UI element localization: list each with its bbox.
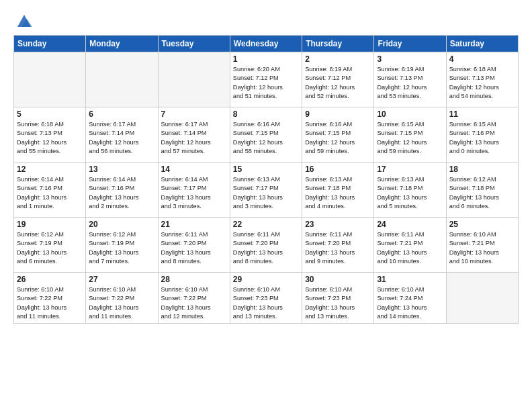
day-info: Sunrise: 6:20 AMSunset: 7:12 PMDaylight:…	[233, 65, 299, 101]
calendar-day-cell: 21Sunrise: 6:11 AMSunset: 7:20 PMDayligh…	[158, 218, 230, 273]
day-number: 18	[449, 165, 515, 174]
calendar-day-cell: 29Sunrise: 6:10 AMSunset: 7:23 PMDayligh…	[230, 273, 302, 324]
day-number: 26	[17, 275, 83, 284]
col-header-thursday: Thursday	[302, 36, 374, 52]
day-number: 29	[233, 275, 299, 284]
day-info: Sunrise: 6:19 AMSunset: 7:12 PMDaylight:…	[305, 65, 371, 101]
day-number: 7	[161, 109, 227, 119]
day-info: Sunrise: 6:10 AMSunset: 7:21 PMDaylight:…	[449, 230, 515, 266]
calendar-week-row: 26Sunrise: 6:10 AMSunset: 7:22 PMDayligh…	[14, 273, 519, 324]
day-number: 4	[449, 54, 515, 64]
day-number: 30	[305, 275, 371, 284]
calendar-week-row: 1Sunrise: 6:20 AMSunset: 7:12 PMDaylight…	[14, 52, 519, 107]
day-info: Sunrise: 6:12 AMSunset: 7:19 PMDaylight:…	[17, 230, 83, 266]
calendar-day-cell: 14Sunrise: 6:14 AMSunset: 7:17 PMDayligh…	[158, 163, 230, 218]
day-info: Sunrise: 6:13 AMSunset: 7:18 PMDaylight:…	[305, 175, 371, 211]
calendar-table: SundayMondayTuesdayWednesdayThursdayFrid…	[13, 35, 519, 324]
col-header-tuesday: Tuesday	[158, 36, 230, 52]
day-info: Sunrise: 6:10 AMSunset: 7:22 PMDaylight:…	[89, 285, 154, 321]
calendar-day-cell: 19Sunrise: 6:12 AMSunset: 7:19 PMDayligh…	[14, 218, 86, 273]
day-info: Sunrise: 6:17 AMSunset: 7:14 PMDaylight:…	[89, 120, 154, 156]
day-number: 1	[233, 54, 299, 64]
calendar-day-cell	[14, 52, 86, 107]
calendar-day-cell: 27Sunrise: 6:10 AMSunset: 7:22 PMDayligh…	[86, 273, 158, 324]
col-header-friday: Friday	[374, 36, 446, 52]
day-number: 22	[233, 220, 299, 229]
day-info: Sunrise: 6:10 AMSunset: 7:24 PMDaylight:…	[377, 285, 443, 321]
calendar-day-cell: 31Sunrise: 6:10 AMSunset: 7:24 PMDayligh…	[374, 273, 446, 324]
calendar-day-cell: 25Sunrise: 6:10 AMSunset: 7:21 PMDayligh…	[446, 218, 518, 273]
calendar-day-cell: 15Sunrise: 6:13 AMSunset: 7:17 PMDayligh…	[230, 163, 302, 218]
day-number: 15	[233, 165, 299, 174]
day-number: 19	[17, 220, 83, 229]
day-info: Sunrise: 6:18 AMSunset: 7:13 PMDaylight:…	[449, 65, 515, 101]
calendar-day-cell: 17Sunrise: 6:13 AMSunset: 7:18 PMDayligh…	[374, 163, 446, 218]
day-number: 10	[377, 109, 443, 119]
calendar-day-cell: 12Sunrise: 6:14 AMSunset: 7:16 PMDayligh…	[14, 163, 86, 218]
calendar-day-cell: 5Sunrise: 6:18 AMSunset: 7:13 PMDaylight…	[14, 107, 86, 163]
calendar-day-cell: 22Sunrise: 6:11 AMSunset: 7:20 PMDayligh…	[230, 218, 302, 273]
calendar-week-row: 19Sunrise: 6:12 AMSunset: 7:19 PMDayligh…	[14, 218, 519, 273]
day-info: Sunrise: 6:15 AMSunset: 7:16 PMDaylight:…	[449, 120, 515, 156]
day-info: Sunrise: 6:10 AMSunset: 7:22 PMDaylight:…	[161, 285, 227, 321]
day-number: 23	[305, 220, 371, 229]
day-number: 31	[377, 275, 443, 284]
col-header-sunday: Sunday	[14, 36, 86, 52]
day-number: 3	[377, 54, 443, 64]
day-info: Sunrise: 6:12 AMSunset: 7:18 PMDaylight:…	[449, 175, 515, 211]
day-info: Sunrise: 6:11 AMSunset: 7:21 PMDaylight:…	[377, 230, 443, 266]
calendar-day-cell	[86, 52, 158, 107]
day-info: Sunrise: 6:11 AMSunset: 7:20 PMDaylight:…	[233, 230, 299, 266]
day-number: 11	[449, 109, 515, 119]
day-info: Sunrise: 6:11 AMSunset: 7:20 PMDaylight:…	[305, 230, 371, 266]
day-info: Sunrise: 6:18 AMSunset: 7:13 PMDaylight:…	[17, 120, 83, 156]
day-info: Sunrise: 6:17 AMSunset: 7:14 PMDaylight:…	[161, 120, 227, 156]
day-number: 6	[89, 109, 154, 119]
calendar-day-cell: 30Sunrise: 6:10 AMSunset: 7:23 PMDayligh…	[302, 273, 374, 324]
day-number: 9	[305, 109, 371, 119]
calendar-week-row: 5Sunrise: 6:18 AMSunset: 7:13 PMDaylight…	[14, 107, 519, 163]
calendar-day-cell: 6Sunrise: 6:17 AMSunset: 7:14 PMDaylight…	[86, 107, 158, 163]
calendar-day-cell: 2Sunrise: 6:19 AMSunset: 7:12 PMDaylight…	[302, 52, 374, 107]
day-number: 17	[377, 165, 443, 174]
day-number: 21	[161, 220, 227, 229]
day-info: Sunrise: 6:10 AMSunset: 7:23 PMDaylight:…	[305, 285, 371, 321]
day-info: Sunrise: 6:14 AMSunset: 7:16 PMDaylight:…	[89, 175, 154, 211]
day-info: Sunrise: 6:14 AMSunset: 7:17 PMDaylight:…	[161, 175, 227, 211]
calendar-header-row: SundayMondayTuesdayWednesdayThursdayFrid…	[14, 36, 519, 52]
day-number: 13	[89, 165, 154, 174]
calendar-day-cell: 9Sunrise: 6:16 AMSunset: 7:15 PMDaylight…	[302, 107, 374, 163]
logo	[13, 11, 34, 30]
day-info: Sunrise: 6:11 AMSunset: 7:20 PMDaylight:…	[161, 230, 227, 266]
col-header-saturday: Saturday	[446, 36, 518, 52]
calendar-day-cell: 18Sunrise: 6:12 AMSunset: 7:18 PMDayligh…	[446, 163, 518, 218]
day-number: 27	[89, 275, 154, 284]
calendar-day-cell: 20Sunrise: 6:12 AMSunset: 7:19 PMDayligh…	[86, 218, 158, 273]
day-number: 12	[17, 165, 83, 174]
calendar-day-cell: 1Sunrise: 6:20 AMSunset: 7:12 PMDaylight…	[230, 52, 302, 107]
calendar-day-cell: 7Sunrise: 6:17 AMSunset: 7:14 PMDaylight…	[158, 107, 230, 163]
calendar-day-cell: 23Sunrise: 6:11 AMSunset: 7:20 PMDayligh…	[302, 218, 374, 273]
calendar-day-cell	[446, 273, 518, 324]
calendar-day-cell: 13Sunrise: 6:14 AMSunset: 7:16 PMDayligh…	[86, 163, 158, 218]
day-number: 28	[161, 275, 227, 284]
calendar-day-cell: 24Sunrise: 6:11 AMSunset: 7:21 PMDayligh…	[374, 218, 446, 273]
logo-icon	[15, 11, 34, 30]
day-number: 25	[449, 220, 515, 229]
day-number: 8	[233, 109, 299, 119]
day-info: Sunrise: 6:15 AMSunset: 7:15 PMDaylight:…	[377, 120, 443, 156]
calendar-day-cell: 10Sunrise: 6:15 AMSunset: 7:15 PMDayligh…	[374, 107, 446, 163]
day-info: Sunrise: 6:14 AMSunset: 7:16 PMDaylight:…	[17, 175, 83, 211]
calendar-day-cell: 8Sunrise: 6:16 AMSunset: 7:15 PMDaylight…	[230, 107, 302, 163]
header	[13, 11, 519, 30]
day-info: Sunrise: 6:10 AMSunset: 7:22 PMDaylight:…	[17, 285, 83, 321]
day-number: 14	[161, 165, 227, 174]
day-info: Sunrise: 6:12 AMSunset: 7:19 PMDaylight:…	[89, 230, 154, 266]
page: SundayMondayTuesdayWednesdayThursdayFrid…	[0, 0, 532, 411]
day-info: Sunrise: 6:10 AMSunset: 7:23 PMDaylight:…	[233, 285, 299, 321]
day-number: 16	[305, 165, 371, 174]
day-info: Sunrise: 6:13 AMSunset: 7:17 PMDaylight:…	[233, 175, 299, 211]
day-number: 5	[17, 109, 83, 119]
day-info: Sunrise: 6:19 AMSunset: 7:13 PMDaylight:…	[377, 65, 443, 101]
day-number: 20	[89, 220, 154, 229]
